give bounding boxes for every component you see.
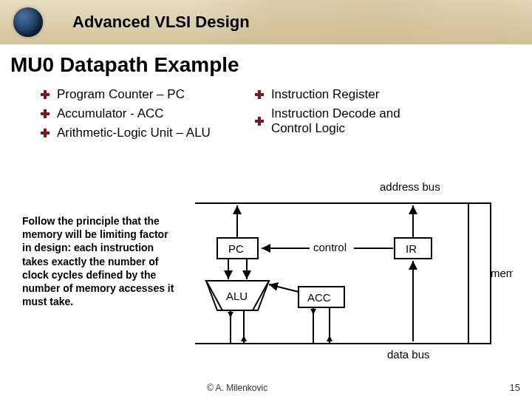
svg-line-15 [269,284,299,292]
plus-bullet-icon [41,90,50,99]
svg-marker-8 [228,312,233,318]
bullet-text: Arithmetic-Logic Unit – ALU [57,126,211,140]
bullets-right-col: Instruction Register Instruction Decode … [255,87,419,140]
header-band: Advanced VLSI Design [0,0,532,44]
bullet-item: Instruction Decode and Control Logic [255,106,419,136]
plus-bullet-icon [255,117,264,126]
label-ir: IR [406,242,417,255]
plus-bullet-icon [41,129,50,137]
plus-bullet-icon [41,109,50,118]
label-control: control [313,241,347,253]
label-data-bus: data bus [387,348,430,361]
label-pc: PC [228,242,244,255]
plus-bullet-icon [255,90,264,99]
bullet-text: Accumulator - ACC [57,106,164,121]
label-memory: memory [491,267,513,279]
bullet-item: Accumulator - ACC [41,106,211,121]
footer-copyright: © A. Milenkovic [207,383,267,393]
bullet-text: Instruction Decode and Control Logic [271,106,419,136]
label-address-bus: address bus [380,180,440,193]
bullet-item: Program Counter – PC [41,87,211,102]
label-alu: ALU [226,290,248,302]
bullet-text: Program Counter – PC [57,87,185,102]
bullets-row: Program Counter – PC Accumulator - ACC A… [41,87,532,140]
label-acc: ACC [307,291,331,304]
svg-marker-9 [241,335,247,341]
header-title: Advanced VLSI Design [72,13,250,32]
bullet-item: Arithmetic-Logic Unit – ALU [41,126,211,140]
svg-rect-21 [468,203,491,344]
principle-text: Follow the principle that the memory wil… [22,214,177,308]
footer-page-number: 15 [510,382,520,393]
bullet-item: Instruction Register [255,87,419,102]
globe-icon [13,7,43,37]
datapath-diagram: address bus data bus PC ALU ACC control … [195,177,513,362]
svg-marker-13 [310,309,316,315]
slide-title: MU0 Datapath Example [10,53,532,77]
bullet-text: Instruction Register [271,87,379,102]
bullets-left-col: Program Counter – PC Accumulator - ACC A… [41,87,211,140]
svg-marker-14 [327,335,332,341]
